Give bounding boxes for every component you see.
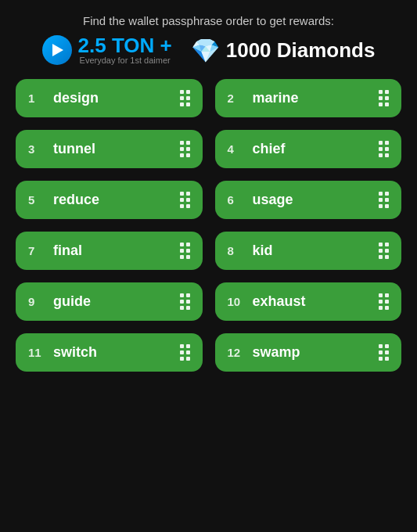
page-header: Find the wallet passphrase order to get … xyxy=(16,14,401,65)
word-card[interactable]: 12 swamp xyxy=(215,333,402,372)
ton-reward: 2.5 TON + Everyday for 1st daimer xyxy=(42,35,172,65)
drag-handle-icon xyxy=(379,141,389,157)
word-label: kid xyxy=(253,243,273,259)
word-label: final xyxy=(53,243,82,259)
word-card[interactable]: 3 tunnel xyxy=(16,130,203,168)
word-number: 6 xyxy=(228,193,242,207)
word-label: switch xyxy=(53,344,97,361)
word-number: 10 xyxy=(228,295,242,308)
word-label: reduce xyxy=(53,192,99,208)
word-number: 8 xyxy=(228,244,242,257)
word-left: 7 final xyxy=(28,243,82,259)
word-label: chief xyxy=(253,141,286,157)
word-label: exhaust xyxy=(253,293,306,310)
word-card[interactable]: 4 chief xyxy=(215,130,402,168)
drag-handle-icon xyxy=(180,90,190,106)
ton-text: 2.5 TON + Everyday for 1st daimer xyxy=(78,35,172,65)
drag-handle-icon xyxy=(180,344,190,361)
drag-handle-icon xyxy=(379,293,389,310)
word-card[interactable]: 11 switch xyxy=(16,333,203,372)
play-icon xyxy=(42,35,72,65)
word-card[interactable]: 9 guide xyxy=(16,282,203,321)
word-card[interactable]: 8 kid xyxy=(215,232,402,270)
drag-handle-icon xyxy=(180,192,190,208)
drag-handle-icon xyxy=(180,141,190,157)
word-left: 10 exhaust xyxy=(228,293,306,310)
word-left: 5 reduce xyxy=(28,192,99,208)
drag-handle-icon xyxy=(379,192,389,208)
word-left: 2 marine xyxy=(228,90,299,106)
word-left: 12 swamp xyxy=(228,344,300,361)
word-number: 5 xyxy=(28,193,42,207)
word-card[interactable]: 7 final xyxy=(16,232,203,270)
word-label: swamp xyxy=(253,344,300,361)
diamond-amount: 1000 Diamonds xyxy=(226,38,376,63)
word-label: guide xyxy=(53,293,91,310)
words-grid: 1 design 2 marine xyxy=(16,79,401,372)
word-number: 11 xyxy=(28,346,42,359)
word-card[interactable]: 1 design xyxy=(16,79,203,117)
word-number: 1 xyxy=(28,92,42,105)
word-left: 3 tunnel xyxy=(28,141,95,157)
diamond-icon: 💎 xyxy=(191,37,220,64)
word-card[interactable]: 2 marine xyxy=(215,79,402,117)
diamond-reward: 💎 1000 Diamonds xyxy=(191,37,376,64)
word-label: tunnel xyxy=(53,141,95,157)
word-number: 4 xyxy=(228,142,242,156)
word-number: 3 xyxy=(28,142,42,156)
word-label: usage xyxy=(253,192,293,208)
word-number: 12 xyxy=(228,346,242,359)
ton-amount: 2.5 TON + xyxy=(78,35,172,56)
drag-handle-icon xyxy=(180,293,190,310)
word-card[interactable]: 10 exhaust xyxy=(215,282,402,321)
word-label: design xyxy=(53,90,99,106)
word-left: 8 kid xyxy=(228,243,273,259)
drag-handle-icon xyxy=(180,243,190,259)
word-number: 7 xyxy=(28,244,42,257)
word-number: 2 xyxy=(228,92,242,105)
word-label: marine xyxy=(253,90,299,106)
drag-handle-icon xyxy=(379,243,389,259)
word-number: 9 xyxy=(28,295,42,308)
drag-handle-icon xyxy=(379,90,389,106)
word-left: 4 chief xyxy=(228,141,286,157)
header-rewards: 2.5 TON + Everyday for 1st daimer 💎 1000… xyxy=(16,35,401,65)
word-left: 6 usage xyxy=(228,192,293,208)
drag-handle-icon xyxy=(379,344,389,361)
word-card[interactable]: 5 reduce xyxy=(16,181,203,219)
word-card[interactable]: 6 usage xyxy=(215,181,402,219)
ton-sub: Everyday for 1st daimer xyxy=(78,56,172,65)
word-left: 1 design xyxy=(28,90,99,106)
word-left: 9 guide xyxy=(28,293,91,310)
word-left: 11 switch xyxy=(28,344,97,361)
header-title: Find the wallet passphrase order to get … xyxy=(16,14,401,27)
